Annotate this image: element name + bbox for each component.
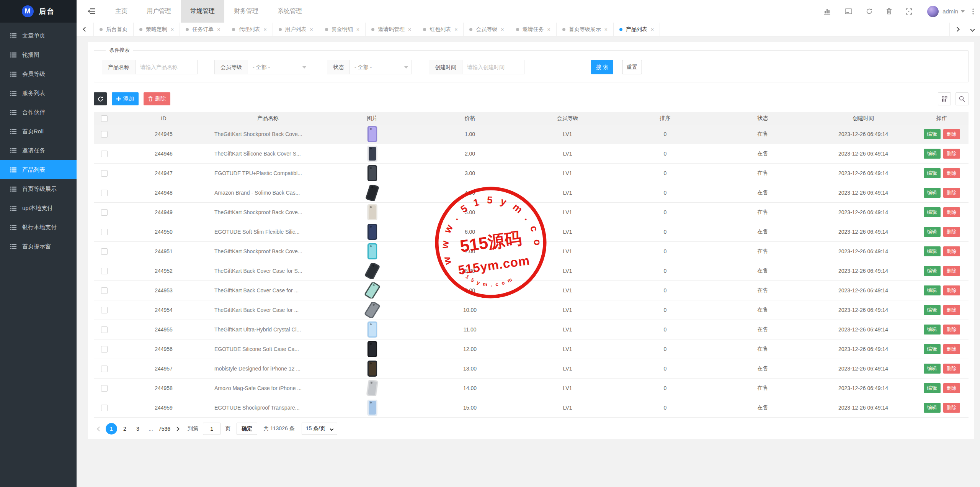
row-delete-button[interactable]: 删除 bbox=[943, 266, 960, 276]
sidebar-item[interactable]: 首页Roll bbox=[0, 122, 77, 141]
column-header[interactable]: 图片 bbox=[323, 115, 421, 122]
close-icon[interactable]: × bbox=[310, 27, 313, 32]
trash-icon[interactable] bbox=[886, 8, 892, 15]
row-delete-button[interactable]: 删除 bbox=[943, 325, 960, 335]
column-header[interactable]: 操作 bbox=[915, 115, 969, 122]
edit-button[interactable]: 编辑 bbox=[924, 383, 941, 393]
top-menu-item[interactable]: 财务管理 bbox=[224, 0, 268, 23]
caret-down-icon[interactable] bbox=[961, 10, 965, 15]
tab[interactable]: 代理列表 × bbox=[226, 23, 273, 36]
row-checkbox[interactable] bbox=[101, 405, 108, 411]
tab[interactable]: 用户列表 × bbox=[273, 23, 319, 36]
edit-button[interactable]: 编辑 bbox=[924, 188, 941, 198]
username[interactable]: admin bbox=[942, 8, 958, 15]
close-icon[interactable]: × bbox=[217, 27, 220, 32]
page-number[interactable]: 2 bbox=[119, 423, 130, 435]
refresh-icon[interactable] bbox=[866, 8, 872, 15]
row-delete-button[interactable]: 删除 bbox=[943, 188, 960, 198]
delete-button[interactable]: 删除 bbox=[144, 92, 170, 105]
close-icon[interactable]: × bbox=[651, 27, 654, 32]
edit-button[interactable]: 编辑 bbox=[924, 266, 941, 276]
field-input[interactable] bbox=[136, 60, 197, 74]
row-checkbox[interactable] bbox=[101, 366, 108, 372]
more-vert-icon[interactable] bbox=[972, 8, 974, 15]
row-checkbox[interactable] bbox=[101, 131, 108, 138]
chart-icon[interactable] bbox=[824, 8, 831, 15]
tab[interactable]: 策略定制 × bbox=[134, 23, 180, 36]
edit-button[interactable]: 编辑 bbox=[924, 285, 941, 295]
close-icon[interactable]: × bbox=[356, 27, 359, 32]
column-header[interactable]: 产品名称 bbox=[212, 115, 323, 122]
edit-button[interactable]: 编辑 bbox=[924, 246, 941, 256]
row-checkbox[interactable] bbox=[101, 248, 108, 255]
page-number[interactable]: 7536 bbox=[158, 423, 170, 435]
row-delete-button[interactable]: 删除 bbox=[943, 344, 960, 354]
columns-setting-button[interactable] bbox=[938, 92, 951, 105]
tabs-scroll-right-button[interactable] bbox=[949, 23, 965, 36]
sidebar-item[interactable]: 首页等级展示 bbox=[0, 179, 77, 198]
row-checkbox[interactable] bbox=[101, 326, 108, 333]
row-checkbox[interactable] bbox=[101, 268, 108, 274]
close-icon[interactable]: × bbox=[263, 27, 266, 32]
sidebar-item[interactable]: 轮播图 bbox=[0, 45, 77, 64]
field-select[interactable]: - 全部 - bbox=[350, 60, 412, 74]
tabs-scroll-left-button[interactable] bbox=[77, 23, 94, 36]
edit-button[interactable]: 编辑 bbox=[924, 227, 941, 237]
close-icon[interactable]: × bbox=[501, 27, 504, 32]
column-header[interactable]: ID bbox=[115, 115, 212, 122]
row-checkbox[interactable] bbox=[101, 346, 108, 353]
column-header[interactable]: 排序 bbox=[616, 115, 714, 122]
sidebar-item[interactable]: 首页提示窗 bbox=[0, 237, 77, 256]
row-checkbox[interactable] bbox=[101, 229, 108, 235]
page-number[interactable]: ... bbox=[145, 423, 156, 435]
goto-confirm-button[interactable]: 确定 bbox=[237, 423, 257, 435]
row-delete-button[interactable]: 删除 bbox=[943, 168, 960, 178]
page-number[interactable]: 3 bbox=[132, 423, 143, 435]
reset-button[interactable]: 重置 bbox=[622, 60, 642, 74]
row-delete-button[interactable]: 删除 bbox=[943, 364, 960, 374]
close-icon[interactable]: × bbox=[408, 27, 411, 32]
tab[interactable]: 后台首页 bbox=[94, 23, 134, 36]
row-delete-button[interactable]: 删除 bbox=[943, 246, 960, 256]
row-delete-button[interactable]: 删除 bbox=[943, 227, 960, 237]
column-header[interactable]: 价格 bbox=[421, 115, 519, 122]
row-delete-button[interactable]: 删除 bbox=[943, 383, 960, 393]
row-checkbox[interactable] bbox=[101, 307, 108, 313]
edit-button[interactable]: 编辑 bbox=[924, 149, 941, 159]
row-checkbox[interactable] bbox=[101, 209, 108, 216]
tab[interactable]: 首页等级展示 × bbox=[557, 23, 614, 36]
top-menu-item[interactable]: 用户管理 bbox=[137, 0, 181, 23]
top-menu-item[interactable]: 常规管理 bbox=[181, 0, 224, 23]
field-select[interactable]: - 全部 - bbox=[248, 60, 310, 74]
tab[interactable]: 红包列表 × bbox=[417, 23, 464, 36]
tab[interactable]: 资金明细 × bbox=[319, 23, 366, 36]
sidebar-item[interactable]: 会员等级 bbox=[0, 64, 77, 84]
tab[interactable]: 邀请码管理 × bbox=[366, 23, 417, 36]
prev-page-button[interactable] bbox=[94, 423, 105, 435]
row-delete-button[interactable]: 删除 bbox=[943, 129, 960, 139]
page-size-select[interactable]: 15 条/页 bbox=[302, 423, 337, 435]
avatar[interactable] bbox=[927, 6, 939, 17]
tab[interactable]: 任务订单 × bbox=[180, 23, 226, 36]
edit-button[interactable]: 编辑 bbox=[924, 207, 941, 217]
select-all-checkbox[interactable] bbox=[101, 115, 108, 122]
row-delete-button[interactable]: 删除 bbox=[943, 305, 960, 315]
row-delete-button[interactable]: 删除 bbox=[943, 403, 960, 413]
close-icon[interactable]: × bbox=[171, 27, 174, 32]
sidebar-item[interactable]: 文章单页 bbox=[0, 26, 77, 45]
sidebar-item[interactable]: upi本地支付 bbox=[0, 198, 77, 218]
table-search-button[interactable] bbox=[956, 92, 969, 105]
edit-button[interactable]: 编辑 bbox=[924, 364, 941, 374]
sidebar-item[interactable]: 邀请任务 bbox=[0, 141, 77, 160]
column-header[interactable]: 会员等级 bbox=[519, 115, 616, 122]
edit-button[interactable]: 编辑 bbox=[924, 168, 941, 178]
field-input[interactable] bbox=[462, 60, 524, 74]
row-delete-button[interactable]: 删除 bbox=[943, 207, 960, 217]
search-button[interactable]: 搜 索 bbox=[591, 60, 613, 74]
edit-button[interactable]: 编辑 bbox=[924, 325, 941, 335]
tab[interactable]: 产品列表 × bbox=[614, 23, 660, 36]
column-header[interactable]: 状态 bbox=[714, 115, 812, 122]
row-checkbox[interactable] bbox=[101, 385, 108, 392]
edit-button[interactable]: 编辑 bbox=[924, 403, 941, 413]
close-icon[interactable]: × bbox=[547, 27, 550, 32]
